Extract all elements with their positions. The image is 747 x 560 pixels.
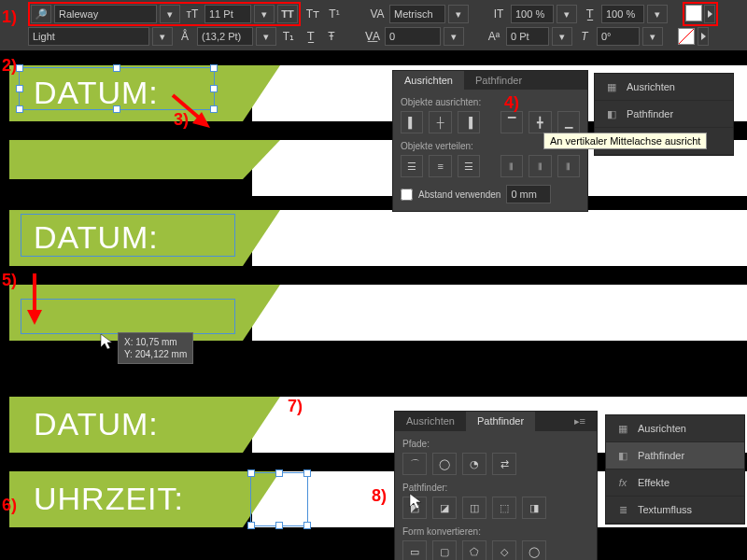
all-caps-button[interactable]: TT [277,5,298,23]
control-panel: 🔎 ▾ тT ▾ TT Tᴛ T¹ VA ▾ IT ▾ T̲ ▾ ▾ Å ▾ [0,0,747,50]
side-item-label: Effekte [638,477,669,488]
font-family-input[interactable] [54,5,157,23]
leading-dropdown[interactable]: ▾ [256,27,276,46]
stroke-none-swatch[interactable] [678,28,695,45]
selection-frame-2[interactable] [21,214,235,257]
green-shape-1b[interactable] [9,140,280,179]
annotation-6: 6) [2,496,17,515]
side2-item-pathfinder[interactable]: ◧Pathfinder [606,442,744,469]
skew-dropdown[interactable]: ▾ [642,27,663,46]
pf-minusback-icon[interactable]: ◨ [522,497,546,519]
side-item-label: Pathfinder [638,450,684,461]
kerning-input[interactable] [389,5,445,23]
hscale-input[interactable] [601,5,644,23]
pathfinder-icon: ◧ [615,448,630,463]
dist-left-icon[interactable]: ⦀ [500,155,523,177]
side2-item-textwrap[interactable]: ≣Textumfluss [606,497,744,524]
fill-color-flyout[interactable] [704,5,715,23]
svg-marker-5 [410,494,421,509]
annotation-8: 8) [372,486,387,506]
font-size-input[interactable] [204,5,251,23]
dist-vcenter-icon[interactable]: ≡ [429,155,451,177]
pathfinder-panel: Ausrichten Pathfinder ▸≡ Pfade: ⌒ ◯ ◔ ⇄ … [394,411,598,560]
shape-invround-icon[interactable]: ◇ [492,540,516,560]
align-bottom-icon[interactable]: ▁ [557,111,580,133]
selection-frame-2b[interactable] [21,299,235,334]
path-open-icon[interactable]: ◯ [432,453,457,475]
side2-item-effects[interactable]: fxEffekte [606,469,744,497]
shape-roundrect-icon[interactable]: ▢ [432,540,457,560]
small-caps-icon[interactable]: Tᴛ [303,5,322,23]
pf-subtract-icon[interactable]: ◪ [432,497,457,519]
leading-input[interactable] [197,27,253,46]
superscript-icon[interactable]: T¹ [325,5,344,23]
align-left-icon[interactable]: ▌ [401,111,423,133]
side-item-pathfinder[interactable]: ◧Pathfinder [595,101,733,128]
text-uhrzeit[interactable]: UHRZEIT: [34,481,184,517]
tooltip-align-vcenter: An vertikaler Mittelachse ausricht [543,133,707,149]
tracking-input[interactable] [385,27,441,46]
white-band-2b [252,285,747,341]
leading-icon: Å [176,27,194,46]
shape-ellipse-icon[interactable]: ◯ [522,540,546,560]
path-join-icon[interactable]: ⌒ [402,453,427,475]
annotation-1: 1) [2,7,17,27]
align-vcenter-icon[interactable]: ╋ [529,111,551,133]
vscale-dropdown[interactable]: ▾ [557,5,577,23]
underline-icon[interactable]: T̲ [301,27,319,46]
baseline-input[interactable] [506,27,549,46]
white-band-2 [252,210,747,266]
dist-hcenter-icon[interactable]: ⦀ [529,155,551,177]
cursor-icon-2 [408,492,425,512]
panel-menu-icon[interactable]: ▸≡ [563,412,597,431]
hscale-icon: T̲ [580,5,599,23]
spacing-input[interactable] [506,185,551,203]
vscale-input[interactable] [511,5,554,23]
tab-align[interactable]: Ausrichten [393,71,464,90]
tab-align-2[interactable]: Ausrichten [395,412,466,431]
dist-top-icon[interactable]: ☰ [401,155,423,177]
hscale-dropdown[interactable]: ▾ [647,5,668,23]
font-search-icon[interactable]: 🔎 [31,5,51,23]
path-close-icon[interactable]: ◔ [462,453,486,475]
align-right-icon[interactable]: ▐ [458,111,480,133]
side-item-label: Textumfluss [638,504,692,515]
skew-icon: T [575,27,594,46]
tracking-dropdown[interactable]: ▾ [444,27,464,46]
pf-intersect-icon[interactable]: ◫ [462,497,486,519]
baseline-dropdown[interactable]: ▾ [552,27,572,46]
selection-frame-3b[interactable] [250,472,308,526]
font-size-dropdown[interactable]: ▾ [254,5,275,23]
tab-pathfinder-2[interactable]: Pathfinder [466,412,535,431]
align-icon: ▦ [615,421,630,436]
font-weight-input[interactable] [28,27,149,46]
dist-bottom-icon[interactable]: ☰ [458,155,480,177]
side-item-align[interactable]: ▦Ausrichten [595,74,733,101]
align-top-icon[interactable]: ▔ [500,111,523,133]
kerning-dropdown[interactable]: ▾ [448,5,469,23]
align-hcenter-icon[interactable]: ┼ [429,111,451,133]
use-spacing-checkbox[interactable] [401,189,413,201]
dist-right-icon[interactable]: ⦀ [557,155,580,177]
baseline-icon: Aª [485,27,503,46]
subscript-icon[interactable]: T₁ [279,27,298,46]
font-family-dropdown[interactable]: ▾ [160,5,180,23]
label-convert: Form konvertieren: [402,526,589,537]
text-datum-3[interactable]: DATUM: [34,406,159,442]
path-reverse-icon[interactable]: ⇄ [492,453,516,475]
skew-input[interactable] [597,27,640,46]
stroke-color-flyout[interactable] [698,27,709,46]
shape-rect-icon[interactable]: ▭ [402,540,427,560]
arrow-5 [23,269,51,329]
side2-item-align[interactable]: ▦Ausrichten [606,415,744,442]
annotation-2: 2) [2,56,17,76]
pf-exclude-icon[interactable]: ⬚ [492,497,516,519]
font-weight-dropdown[interactable]: ▾ [152,27,173,46]
tracking-icon: V͟A [363,27,382,46]
tab-pathfinder[interactable]: Pathfinder [464,71,533,90]
textwrap-icon: ≣ [615,502,630,517]
readout-x: X: 10,75 mm [124,336,187,348]
fill-color-swatch[interactable] [685,5,702,21]
shape-bevel-icon[interactable]: ⬠ [462,540,486,560]
strikethrough-icon[interactable]: Ŧ [322,27,341,46]
